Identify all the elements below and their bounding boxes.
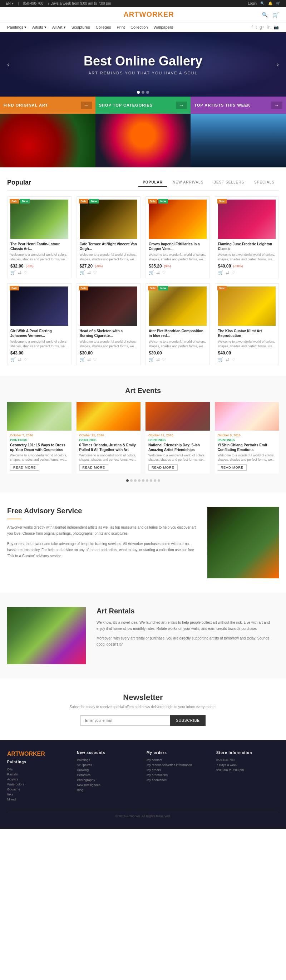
hero-dot-1[interactable] xyxy=(137,91,140,94)
wishlist-action-3[interactable]: ♡ xyxy=(162,270,166,275)
events-dot-1[interactable] xyxy=(126,479,129,482)
hero-dot-2[interactable] xyxy=(141,91,145,94)
wishlist-action-6[interactable]: ♡ xyxy=(93,357,97,362)
product-card-5[interactable]: Sale Girl With A Pearl Earring Johannes … xyxy=(7,283,72,365)
cart-icon-header[interactable]: 🛒 xyxy=(273,12,279,18)
notification-icon[interactable]: 🔔 xyxy=(268,2,272,5)
tab-best-sellers[interactable]: BEST SELLERS xyxy=(209,178,248,187)
events-dot-7[interactable] xyxy=(150,479,152,482)
product-card-3[interactable]: Sale New Crown Imperial Fritillaries in … xyxy=(146,196,210,278)
login-link[interactable]: Login xyxy=(248,2,257,5)
read-more-btn-3[interactable]: READ MORE xyxy=(148,464,178,471)
footer-link-inks[interactable]: Inks xyxy=(7,792,70,796)
nav-collection[interactable]: Collection xyxy=(130,25,148,29)
nav-colleges[interactable]: Colleges xyxy=(96,25,111,29)
footer-link-mixed[interactable]: Mixed xyxy=(7,798,70,801)
footer-link-ceramics[interactable]: Ceramics xyxy=(77,773,140,777)
product-card-6[interactable]: Sale Head of a Skeleton with a Burning C… xyxy=(76,283,141,365)
search-icon[interactable]: 🔍 xyxy=(260,2,265,5)
events-dot-8[interactable] xyxy=(154,479,156,482)
tab-popular[interactable]: POPULAR xyxy=(138,178,167,187)
product-card-4[interactable]: Sale Flaming June Frederic Leighton Clas… xyxy=(215,196,279,278)
read-more-btn-4[interactable]: READ MORE xyxy=(218,464,247,471)
hero-next-btn[interactable]: › xyxy=(273,57,283,72)
events-dot-9[interactable] xyxy=(158,479,160,482)
footer-link-orders[interactable]: My orders xyxy=(146,768,209,772)
nav-sculptures[interactable]: Sculptures xyxy=(72,25,90,29)
cart-icon[interactable]: 🛒 xyxy=(276,2,280,5)
compare-action-7[interactable]: ⇄ xyxy=(156,357,160,362)
footer-link-pastels[interactable]: Pastels xyxy=(7,773,70,776)
events-dot-4[interactable] xyxy=(138,479,140,482)
events-dot-5[interactable] xyxy=(142,479,145,482)
wishlist-action-7[interactable]: ♡ xyxy=(162,357,166,362)
product-card-8[interactable]: Sale The Kiss Gustav Klimt Art Reproduct… xyxy=(215,283,279,365)
events-dot-3[interactable] xyxy=(134,479,137,482)
footer-link-gouache[interactable]: Gouache xyxy=(7,788,70,791)
footer-link-photography[interactable]: Photography xyxy=(77,778,140,782)
linkedin-icon[interactable]: in xyxy=(267,25,271,30)
cart-action-7[interactable]: 🛒 xyxy=(149,357,154,362)
read-more-btn-2[interactable]: READ MORE xyxy=(79,464,109,471)
compare-action-3[interactable]: ⇄ xyxy=(156,270,160,275)
nav-artists[interactable]: Artists ▾ xyxy=(32,25,46,30)
tab-new-arrivals[interactable]: NEW ARRIVALS xyxy=(168,178,208,187)
newsletter-email-input[interactable] xyxy=(81,715,170,726)
instagram-icon[interactable]: 📷 xyxy=(273,25,279,30)
compare-action-8[interactable]: ⇄ xyxy=(226,357,229,362)
footer-link-paintings[interactable]: Paintings xyxy=(77,758,140,762)
search-icon-header[interactable]: 🔍 xyxy=(262,12,268,18)
footer-link-oils[interactable]: Oils xyxy=(7,768,70,771)
newsletter-subscribe-btn[interactable]: SUBSCRIBE xyxy=(170,715,205,726)
wishlist-action-1[interactable]: ♡ xyxy=(24,270,27,275)
nav-all-art[interactable]: All Art ▾ xyxy=(52,25,66,30)
tab-specials[interactable]: SPECIALS xyxy=(250,178,279,187)
top-artists-btn[interactable]: TOP ARTISTS THIS WEEK → xyxy=(191,97,286,114)
footer-link-promotions[interactable]: My promotions xyxy=(146,773,209,777)
events-dot-6[interactable] xyxy=(146,479,148,482)
hero-dot-3[interactable] xyxy=(146,91,149,94)
compare-action-6[interactable]: ⇄ xyxy=(87,357,91,362)
compare-action-2[interactable]: ⇄ xyxy=(87,270,91,275)
footer-link-addresses[interactable]: My addresses xyxy=(146,778,209,782)
cart-action-3[interactable]: 🛒 xyxy=(149,270,154,275)
compare-action-4[interactable]: ⇄ xyxy=(226,270,229,275)
hero-img-2[interactable] xyxy=(95,114,191,167)
product-card-1[interactable]: Sale New The Pear Henri Fantin-Latour Cl… xyxy=(7,196,72,278)
footer-link-acrylics[interactable]: Acrylics xyxy=(7,778,70,781)
hero-prev-btn[interactable]: ‹ xyxy=(3,57,13,72)
find-original-art-btn[interactable]: FIND ORIGINAL ART → xyxy=(0,97,95,114)
facebook-icon[interactable]: f xyxy=(251,25,253,30)
logo[interactable]: ARTWORKER xyxy=(123,10,174,19)
wishlist-action-5[interactable]: ♡ xyxy=(24,357,27,362)
cart-action-6[interactable]: 🛒 xyxy=(80,357,85,362)
cart-action-8[interactable]: 🛒 xyxy=(218,357,224,362)
wishlist-action-2[interactable]: ♡ xyxy=(93,270,97,275)
language-select[interactable]: EN ▾ xyxy=(6,2,14,5)
nav-paintings[interactable]: Paintings ▾ xyxy=(7,25,27,30)
hero-img-1[interactable] xyxy=(0,114,95,167)
footer-link-contact[interactable]: My contact xyxy=(146,758,209,762)
product-card-2[interactable]: Sale New Cafe Terrace At Night Vincent V… xyxy=(76,196,141,278)
cart-action-5[interactable]: 🛒 xyxy=(10,357,16,362)
footer-link-sculptures[interactable]: Sculptures xyxy=(77,763,140,767)
cart-action-1[interactable]: 🛒 xyxy=(10,270,16,275)
cart-action-2[interactable]: 🛒 xyxy=(80,270,85,275)
product-card-7[interactable]: Sale New Ater Piet Mondrian Composition … xyxy=(146,283,210,365)
footer-link-watercolors[interactable]: Watercolors xyxy=(7,783,70,786)
footer-link-drawing[interactable]: Drawing xyxy=(77,768,140,772)
compare-action-1[interactable]: ⇄ xyxy=(18,270,21,275)
twitter-icon[interactable]: t xyxy=(256,25,257,30)
read-more-btn-1[interactable]: READ MORE xyxy=(10,464,39,471)
footer-link-intelligence[interactable]: New Intelligence xyxy=(77,783,140,787)
nav-wallpapers[interactable]: Wallpapers xyxy=(153,25,173,29)
nav-print[interactable]: Print xyxy=(117,25,125,29)
shop-categories-btn[interactable]: SHOP TOP CATEGORIES → xyxy=(95,97,191,114)
wishlist-action-8[interactable]: ♡ xyxy=(231,357,235,362)
compare-action-5[interactable]: ⇄ xyxy=(18,357,21,362)
footer-link-deliveries[interactable]: My recent deliveries information xyxy=(146,763,209,767)
google-icon[interactable]: g+ xyxy=(259,25,265,30)
footer-link-blog[interactable]: Blog xyxy=(77,788,140,792)
wishlist-action-4[interactable]: ♡ xyxy=(231,270,235,275)
events-dot-2[interactable] xyxy=(130,479,133,482)
